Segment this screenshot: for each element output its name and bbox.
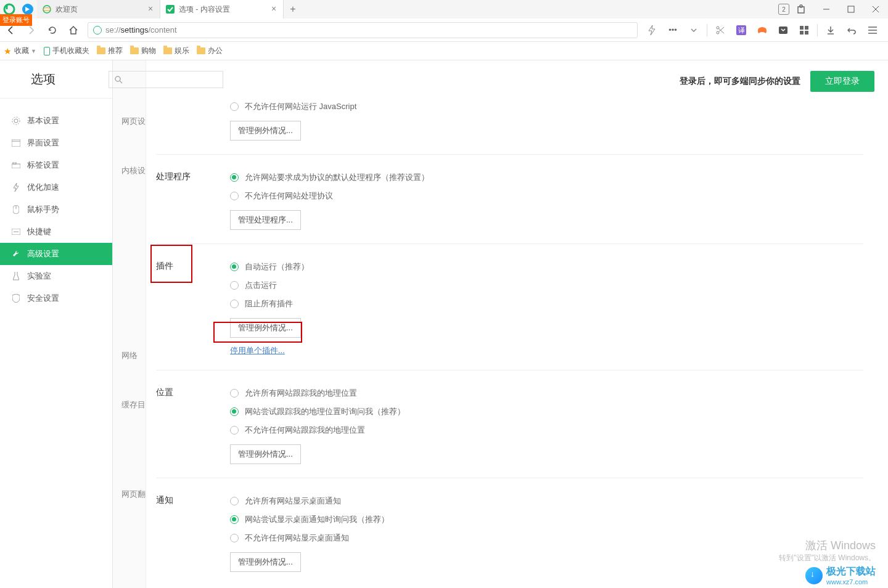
- sub-item[interactable]: 内核设: [113, 161, 146, 346]
- radio-option[interactable]: 允许网站要求成为协议的默认处理程序（推荐设置）: [230, 168, 863, 187]
- tab-settings[interactable]: 选项 - 内容设置 ×: [160, 0, 284, 18]
- download-logo-icon: [805, 567, 823, 584]
- disable-plugin-link[interactable]: 停用单个插件...: [230, 345, 285, 356]
- reload-button[interactable]: [42, 18, 63, 42]
- sidebar-item-tabs[interactable]: 标签设置: [0, 154, 112, 176]
- radio-option[interactable]: 允许所有网站跟踪我的地理位置: [230, 384, 863, 402]
- sub-item[interactable]: 网页设: [113, 112, 146, 161]
- tab-close-icon[interactable]: ×: [269, 5, 278, 14]
- game-icon[interactable]: [753, 21, 771, 39]
- radio-option[interactable]: 网站尝试跟踪我的地理位置时询问我（推荐）: [230, 402, 863, 421]
- tab-welcome[interactable]: 欢迎页 ×: [37, 0, 160, 18]
- sidebar-item-interface[interactable]: 界面设置: [0, 132, 112, 154]
- manage-exceptions-button[interactable]: 管理例外情况...: [230, 318, 301, 338]
- settings-tab-icon: [165, 4, 175, 14]
- manage-exceptions-button[interactable]: 管理例外情况...: [230, 552, 301, 572]
- svg-rect-31: [13, 162, 16, 164]
- translate-icon[interactable]: 译: [732, 21, 750, 39]
- sidebar-item-security[interactable]: 安全设置: [0, 287, 112, 309]
- radio-icon: [230, 102, 239, 111]
- window-controls: 2: [778, 0, 888, 18]
- extension-icon[interactable]: [797, 4, 807, 14]
- download-icon[interactable]: [821, 21, 840, 39]
- manage-handlers-button[interactable]: 管理处理程序...: [230, 210, 301, 230]
- sub-item[interactable]: 网页翻: [113, 485, 146, 547]
- section-title: 处理程序: [156, 168, 230, 230]
- chevron-down-icon[interactable]: [684, 21, 703, 39]
- separator: [707, 24, 707, 36]
- sidebar-item-lab[interactable]: 实验室: [0, 265, 112, 287]
- pocket-icon[interactable]: [774, 21, 792, 39]
- home-button[interactable]: [63, 18, 84, 42]
- undo-icon[interactable]: [842, 21, 861, 39]
- ie-icon: [42, 4, 52, 14]
- menu-icon[interactable]: [863, 21, 882, 39]
- svg-rect-28: [12, 139, 20, 147]
- minimize-button[interactable]: [814, 0, 839, 18]
- section-plugins: 插件 自动运行（推荐） 点击运行 阻止所有插件 管理例外情况... 停用单个插件…: [156, 244, 863, 370]
- sub-item[interactable]: 网络: [113, 346, 146, 396]
- sidebar-item-basic[interactable]: 基本设置: [0, 110, 112, 132]
- radio-option[interactable]: 自动运行（推荐）: [230, 258, 863, 276]
- phone-icon: [44, 47, 50, 55]
- shield-icon: [11, 293, 21, 303]
- sub-sidebar: 网页设 内核设 网络 缓存目 网页翻: [113, 60, 146, 588]
- radio-option[interactable]: 不允许任何网站处理协议: [230, 187, 863, 205]
- sidebar-item-advanced[interactable]: 高级设置: [0, 243, 112, 265]
- sidebar-list: 基本设置 界面设置 标签设置 优化加速 鼠标手势 快捷键 高级设置 实验室 安全…: [0, 99, 112, 309]
- section-location: 位置 允许所有网站跟踪我的地理位置 网站尝试跟踪我的地理位置时询问我（推荐） 不…: [156, 370, 863, 478]
- sub-item[interactable]: 缓存目: [113, 396, 146, 485]
- left-header: 选项: [0, 60, 112, 99]
- bookmark-folder[interactable]: 推荐: [97, 46, 123, 56]
- radio-icon: [230, 192, 239, 200]
- svg-rect-18: [805, 26, 808, 30]
- tab-close-icon[interactable]: ×: [146, 5, 155, 14]
- manage-exceptions-button[interactable]: 管理例外情况...: [230, 121, 301, 141]
- separator: [817, 24, 818, 36]
- tab-count-badge[interactable]: 2: [778, 4, 789, 15]
- sidebar-item-shortcut[interactable]: 快捷键: [0, 221, 112, 243]
- address-bar[interactable]: se://settings/content: [88, 22, 638, 38]
- manage-exceptions-button[interactable]: 管理例外情况...: [230, 444, 301, 464]
- sidebar-item-mouse[interactable]: 鼠标手势: [0, 198, 112, 221]
- radio-option[interactable]: 允许所有网站显示桌面通知: [230, 492, 863, 510]
- radio-option[interactable]: 不允许任何网站运行 JavaScript: [230, 97, 863, 116]
- url-scheme: se://: [105, 25, 121, 35]
- bookmark-mobile[interactable]: 手机收藏夹: [44, 46, 89, 56]
- content: 选项 基本设置 界面设置 标签设置 优化加速 鼠标手势 快捷键 高级设置 实验室…: [0, 60, 888, 588]
- radio-option[interactable]: 不允许任何网站跟踪我的地理位置: [230, 421, 863, 439]
- tab-strip: 欢迎页 × 选项 - 内容设置 ×: [37, 0, 284, 18]
- svg-text:译: 译: [738, 27, 745, 34]
- grid-icon[interactable]: [795, 21, 813, 39]
- section-title: 通知: [156, 492, 230, 572]
- radio-option[interactable]: 点击运行: [230, 276, 863, 295]
- bookmark-folder[interactable]: 办公: [197, 46, 223, 56]
- svg-rect-7: [848, 6, 854, 12]
- favorites-button[interactable]: ★收藏▼: [4, 46, 36, 56]
- svg-point-1: [43, 6, 51, 13]
- sidebar-item-speed[interactable]: 优化加速: [0, 176, 112, 198]
- more-icon[interactable]: •••: [664, 21, 682, 39]
- lock-icon: [93, 26, 102, 35]
- radio-option[interactable]: 网站尝试显示桌面通知时询问我（推荐）: [230, 510, 863, 529]
- wrench-icon: [11, 249, 21, 259]
- window-icon: [11, 138, 21, 148]
- flash-icon[interactable]: [643, 21, 661, 39]
- windows-watermark: 激活 Windows 转到"设置"以激活 Windows。: [779, 538, 876, 563]
- radio-option[interactable]: 不允许任何网站显示桌面通知: [230, 529, 863, 547]
- login-badge[interactable]: 登录账号: [0, 14, 32, 26]
- scissors-icon[interactable]: [711, 21, 730, 39]
- maximize-button[interactable]: [839, 0, 863, 18]
- star-icon: ★: [4, 46, 12, 56]
- titlebar: 欢迎页 × 选项 - 内容设置 × + 2: [0, 0, 888, 18]
- close-button[interactable]: [863, 0, 888, 18]
- radio-icon: [230, 534, 239, 542]
- svg-point-0: [4, 4, 14, 14]
- new-tab-button[interactable]: +: [284, 4, 302, 15]
- bookmark-folder[interactable]: 购物: [130, 46, 156, 56]
- radio-option[interactable]: 阻止所有插件: [230, 295, 863, 313]
- section-javascript: 不允许任何网站运行 JavaScript 管理例外情况...: [156, 73, 863, 155]
- radio-icon: [230, 173, 239, 182]
- main-settings: 不允许任何网站运行 JavaScript 管理例外情况... 处理程序 允许网站…: [146, 60, 888, 588]
- bookmark-folder[interactable]: 娱乐: [163, 46, 189, 56]
